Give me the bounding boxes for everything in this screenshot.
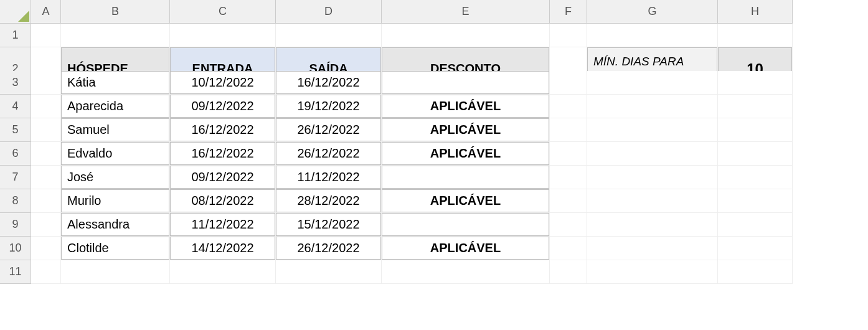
cell-G1[interactable] <box>587 24 718 47</box>
cell-hospede[interactable]: Kátia <box>61 71 170 95</box>
cell-H11[interactable] <box>718 260 793 284</box>
cell-H4[interactable] <box>718 95 793 118</box>
cell-F4[interactable] <box>550 95 587 118</box>
cell-F7[interactable] <box>550 166 587 189</box>
cell-H9[interactable] <box>718 213 793 237</box>
cell-A9[interactable] <box>31 213 61 237</box>
cell-G7[interactable] <box>587 166 718 189</box>
cell-G10[interactable] <box>587 237 718 260</box>
cell-G6[interactable] <box>587 142 718 166</box>
cell-saida[interactable]: 19/12/2022 <box>276 95 382 118</box>
cell-desconto[interactable]: APLICÁVEL <box>382 237 550 260</box>
cell-saida[interactable]: 11/12/2022 <box>276 166 382 189</box>
cell-hospede[interactable]: Clotilde <box>61 237 170 260</box>
cell-D11[interactable] <box>276 260 382 284</box>
cell-C1[interactable] <box>170 24 276 47</box>
cell-hospede[interactable]: José <box>61 166 170 189</box>
cell-entrada[interactable]: 16/12/2022 <box>170 118 276 142</box>
cell-G8[interactable] <box>587 189 718 213</box>
cell-saida[interactable]: 28/12/2022 <box>276 189 382 213</box>
row-header-8[interactable]: 8 <box>0 189 31 213</box>
cell-hospede[interactable]: Murilo <box>61 189 170 213</box>
cell-G11[interactable] <box>587 260 718 284</box>
cell-A5[interactable] <box>31 118 61 142</box>
cell-saida[interactable]: 26/12/2022 <box>276 142 382 166</box>
cell-E1[interactable] <box>382 24 550 47</box>
cell-F9[interactable] <box>550 213 587 237</box>
cell-A8[interactable] <box>31 189 61 213</box>
cell-F8[interactable] <box>550 189 587 213</box>
cell-A6[interactable] <box>31 142 61 166</box>
col-header-G[interactable]: G <box>587 0 718 24</box>
cell-hospede[interactable]: Edvaldo <box>61 142 170 166</box>
cell-saida[interactable]: 26/12/2022 <box>276 237 382 260</box>
select-all-corner[interactable] <box>0 0 31 24</box>
row-header-6[interactable]: 6 <box>0 142 31 166</box>
row-header-1[interactable]: 1 <box>0 24 31 47</box>
cell-F1[interactable] <box>550 24 587 47</box>
cell-C11[interactable] <box>170 260 276 284</box>
row-header-4[interactable]: 4 <box>0 95 31 118</box>
cell-entrada[interactable]: 08/12/2022 <box>170 189 276 213</box>
cell-B11[interactable] <box>61 260 170 284</box>
col-header-D[interactable]: D <box>276 0 382 24</box>
svg-marker-0 <box>18 11 29 22</box>
cell-entrada[interactable]: 09/12/2022 <box>170 95 276 118</box>
cell-desconto[interactable] <box>382 213 550 237</box>
cell-F10[interactable] <box>550 237 587 260</box>
cell-saida[interactable]: 15/12/2022 <box>276 213 382 237</box>
cell-entrada[interactable]: 14/12/2022 <box>170 237 276 260</box>
cell-hospede[interactable]: Alessandra <box>61 213 170 237</box>
cell-desconto[interactable]: APLICÁVEL <box>382 142 550 166</box>
row-header-10[interactable]: 10 <box>0 237 31 260</box>
cell-hospede[interactable]: Aparecida <box>61 95 170 118</box>
cell-desconto[interactable] <box>382 71 550 95</box>
cell-D1[interactable] <box>276 24 382 47</box>
cell-entrada[interactable]: 11/12/2022 <box>170 213 276 237</box>
cell-A7[interactable] <box>31 166 61 189</box>
cell-G3[interactable] <box>587 71 718 95</box>
cell-desconto[interactable]: APLICÁVEL <box>382 118 550 142</box>
row-header-11[interactable]: 11 <box>0 260 31 284</box>
row-header-9[interactable]: 9 <box>0 213 31 237</box>
cell-saida[interactable]: 16/12/2022 <box>276 71 382 95</box>
cell-desconto[interactable] <box>382 166 550 189</box>
cell-H1[interactable] <box>718 24 793 47</box>
col-header-A[interactable]: A <box>31 0 61 24</box>
cell-A11[interactable] <box>31 260 61 284</box>
col-header-F[interactable]: F <box>550 0 587 24</box>
row-header-3[interactable]: 3 <box>0 71 31 95</box>
cell-H10[interactable] <box>718 237 793 260</box>
cell-H7[interactable] <box>718 166 793 189</box>
cell-entrada[interactable]: 10/12/2022 <box>170 71 276 95</box>
cell-G4[interactable] <box>587 95 718 118</box>
col-header-B[interactable]: B <box>61 0 170 24</box>
cell-H5[interactable] <box>718 118 793 142</box>
row-header-5[interactable]: 5 <box>0 118 31 142</box>
cell-entrada[interactable]: 16/12/2022 <box>170 142 276 166</box>
row-header-7[interactable]: 7 <box>0 166 31 189</box>
cell-A3[interactable] <box>31 71 61 95</box>
cell-F5[interactable] <box>550 118 587 142</box>
cell-H8[interactable] <box>718 189 793 213</box>
cell-G5[interactable] <box>587 118 718 142</box>
cell-F6[interactable] <box>550 142 587 166</box>
cell-B1[interactable] <box>61 24 170 47</box>
cell-G9[interactable] <box>587 213 718 237</box>
cell-A10[interactable] <box>31 237 61 260</box>
cell-A1[interactable] <box>31 24 61 47</box>
col-header-E[interactable]: E <box>382 0 550 24</box>
cell-H3[interactable] <box>718 71 793 95</box>
cell-E11[interactable] <box>382 260 550 284</box>
col-header-H[interactable]: H <box>718 0 793 24</box>
cell-entrada[interactable]: 09/12/2022 <box>170 166 276 189</box>
cell-H6[interactable] <box>718 142 793 166</box>
cell-saida[interactable]: 26/12/2022 <box>276 118 382 142</box>
cell-F11[interactable] <box>550 260 587 284</box>
cell-desconto[interactable]: APLICÁVEL <box>382 95 550 118</box>
cell-A4[interactable] <box>31 95 61 118</box>
col-header-C[interactable]: C <box>170 0 276 24</box>
cell-hospede[interactable]: Samuel <box>61 118 170 142</box>
cell-desconto[interactable]: APLICÁVEL <box>382 189 550 213</box>
cell-F3[interactable] <box>550 71 587 95</box>
